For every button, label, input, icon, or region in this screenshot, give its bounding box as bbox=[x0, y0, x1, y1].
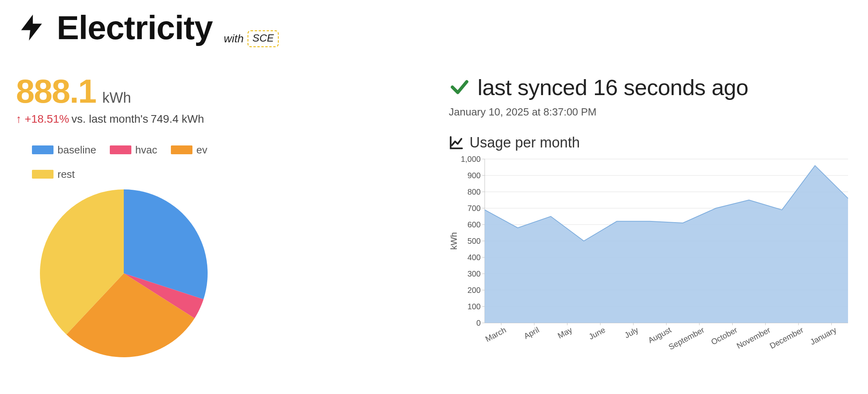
x-tick-label: July bbox=[623, 325, 640, 340]
sync-status-text: last synced 16 seconds ago bbox=[478, 74, 748, 100]
pie-chart bbox=[36, 185, 433, 363]
legend-item-ev[interactable]: ev bbox=[171, 144, 207, 156]
legend-label: hvac bbox=[135, 144, 157, 156]
legend-swatch bbox=[32, 170, 54, 179]
svg-text:600: 600 bbox=[468, 220, 481, 229]
x-tick-label: August bbox=[647, 325, 673, 344]
bolt-icon bbox=[16, 10, 47, 46]
legend-swatch bbox=[171, 145, 192, 154]
usage-chart-title: Usage per month bbox=[470, 134, 580, 151]
legend-label: baseline bbox=[57, 144, 96, 156]
page-header: Electricity with SCE bbox=[16, 10, 852, 50]
electricity-dashboard: Electricity with SCE 888.1 kWh ↑ +18.51%… bbox=[0, 0, 868, 394]
svg-text:400: 400 bbox=[468, 253, 481, 262]
x-tick-label: October bbox=[709, 325, 739, 346]
comparison-prefix: vs. last month's bbox=[71, 113, 148, 125]
y-axis-label: kWh bbox=[449, 232, 459, 250]
arrow-up-icon: ↑ bbox=[16, 113, 22, 125]
svg-text:500: 500 bbox=[468, 237, 481, 245]
check-icon bbox=[449, 76, 470, 98]
sync-status-row: last synced 16 seconds ago bbox=[449, 74, 852, 100]
x-tick-label: May bbox=[556, 325, 574, 340]
pie-legend: baselinehvacevrest bbox=[32, 144, 256, 181]
svg-text:100: 100 bbox=[468, 302, 481, 311]
usage-area-chart: 01002003004005006007008009001,000kWhMarc… bbox=[449, 155, 852, 360]
right-column: last synced 16 seconds ago January 10, 2… bbox=[449, 74, 852, 363]
legend-item-rest[interactable]: rest bbox=[32, 168, 75, 181]
total-usage: 888.1 kWh bbox=[16, 74, 433, 108]
comparison-value: 749.4 kWh bbox=[151, 113, 204, 125]
delta-row: ↑ +18.51% vs. last month's 749.4 kWh bbox=[16, 113, 433, 125]
svg-text:700: 700 bbox=[468, 204, 481, 213]
page-title: Electricity bbox=[57, 11, 213, 44]
area-fill bbox=[485, 165, 848, 323]
total-unit: kWh bbox=[102, 90, 131, 106]
legend-label: rest bbox=[57, 168, 75, 181]
x-tick-label: December bbox=[768, 325, 805, 350]
with-label: with bbox=[224, 32, 244, 45]
delta-value: ↑ +18.51% bbox=[16, 113, 69, 125]
svg-text:300: 300 bbox=[468, 269, 481, 278]
sync-timestamp: January 10, 2025 at 8:37:00 PM bbox=[449, 106, 852, 118]
line-chart-icon bbox=[449, 135, 464, 150]
provider-chip[interactable]: SCE bbox=[248, 30, 278, 47]
x-tick-label: November bbox=[735, 325, 772, 350]
x-tick-label: March bbox=[484, 325, 507, 344]
x-tick-label: June bbox=[587, 325, 607, 341]
columns: 888.1 kWh ↑ +18.51% vs. last month's 749… bbox=[16, 74, 852, 363]
provider-chip-group: with SCE bbox=[224, 30, 279, 47]
legend-item-hvac[interactable]: hvac bbox=[110, 144, 157, 156]
title-group: Electricity bbox=[16, 10, 213, 46]
x-tick-label: September bbox=[667, 325, 706, 352]
total-value: 888.1 bbox=[16, 74, 96, 108]
x-tick-label: January bbox=[809, 325, 838, 346]
svg-text:1,000: 1,000 bbox=[461, 155, 481, 163]
svg-text:800: 800 bbox=[468, 187, 481, 196]
legend-label: ev bbox=[196, 144, 207, 156]
delta-pct: +18.51% bbox=[25, 113, 69, 125]
svg-text:900: 900 bbox=[468, 171, 481, 180]
left-column: 888.1 kWh ↑ +18.51% vs. last month's 749… bbox=[16, 74, 433, 363]
legend-item-baseline[interactable]: baseline bbox=[32, 144, 96, 156]
svg-text:200: 200 bbox=[468, 286, 481, 295]
legend-swatch bbox=[110, 145, 131, 154]
x-tick-label: April bbox=[522, 325, 541, 340]
pie-block: baselinehvacevrest bbox=[16, 144, 433, 363]
legend-swatch bbox=[32, 145, 54, 154]
svg-text:0: 0 bbox=[476, 318, 481, 327]
usage-chart-header: Usage per month bbox=[449, 134, 852, 151]
